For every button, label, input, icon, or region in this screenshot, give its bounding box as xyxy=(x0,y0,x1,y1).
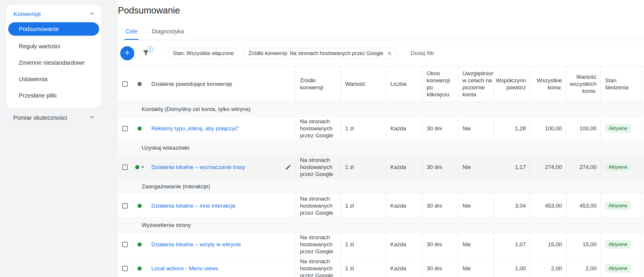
row-checkbox[interactable] xyxy=(122,165,128,170)
nav-section-pomiar-skutecznosci[interactable]: Pomiar skuteczności xyxy=(6,111,101,125)
row-checkbox[interactable] xyxy=(122,242,128,247)
row-check-cell xyxy=(118,232,132,256)
column-header-source[interactable]: Źródło konwersji xyxy=(296,66,341,102)
action-name-cell: Działania lokalne – wyznaczanie trasy xyxy=(147,155,296,179)
column-header-cutoff xyxy=(642,66,644,102)
sidebar-item-label: Przesłane pliki xyxy=(19,92,57,99)
filter-chip-zrodlo-konwersji[interactable]: Źródło konwersji: Na stronach hostowanyc… xyxy=(243,48,398,59)
column-header-included[interactable]: Uwzględnion w celach na poziomie konta xyxy=(458,66,494,102)
column-header-click-window[interactable]: Okno konwersji po kliknięciu xyxy=(422,66,458,102)
source-cell: Na stronach hostowanych przez Google xyxy=(296,117,341,140)
left-navigation-rail: Konwersje Podsumowanie Reguły wartości Z… xyxy=(0,0,118,277)
edit-icon[interactable] xyxy=(285,164,292,170)
row-status-cell xyxy=(132,257,147,277)
page-title: Podsumowanie xyxy=(118,4,644,17)
source-cell: Na stronach hostowanych przez Google xyxy=(296,257,341,277)
row-checkbox[interactable] xyxy=(122,266,128,271)
column-header-action[interactable]: Działanie powodujące konwersję xyxy=(147,66,296,102)
column-header-all-conv-value[interactable]: Wartość wszystkich konw. xyxy=(566,66,601,102)
repeat-rate-cell: 1,17 xyxy=(494,155,530,179)
status-enabled-icon xyxy=(138,266,142,271)
column-header-count[interactable]: Liczba xyxy=(386,66,422,102)
chevron-down-icon[interactable] xyxy=(141,166,144,168)
conversion-action-link[interactable]: Działania lokalne – wyznaczanie trasy xyxy=(151,164,245,171)
tab-cele[interactable]: Cele xyxy=(124,24,139,40)
filter-chip-label: Źródło konwersji: Na stronach hostowanyc… xyxy=(248,50,383,57)
sidebar-item-ustawienia[interactable]: Ustawienia xyxy=(8,71,99,87)
table-header-row: Działanie powodujące konwersję Źródło ko… xyxy=(118,66,644,102)
click-window-cell: 30 dni xyxy=(422,117,458,140)
select-all-cell xyxy=(118,66,132,102)
row-checkbox[interactable] xyxy=(122,126,128,131)
filter-count-badge: 2 xyxy=(147,46,153,52)
action-name-cell: Reklamy typu „kliknij, aby połączyć” xyxy=(147,117,296,140)
table-row: Działania lokalne – wizyty w witrynie Na… xyxy=(118,232,644,257)
sidebar-item-reguly-wartosci[interactable]: Reguły wartości xyxy=(8,38,99,54)
value-cell: 1 zł xyxy=(341,232,386,256)
status-badge: Aktywne xyxy=(605,163,631,171)
all-conv-cell: 100,00 xyxy=(530,117,566,140)
chevron-up-icon xyxy=(89,10,96,18)
status-enabled-icon xyxy=(138,242,142,247)
circle-icon xyxy=(138,82,142,86)
row-check-cell xyxy=(118,257,132,277)
nav-section-conversions[interactable]: Konwersje xyxy=(8,6,99,22)
action-name-cell: Działania lokalne – wizyty w witrynie xyxy=(147,232,296,256)
row-check-cell xyxy=(118,117,132,140)
status-badge: Aktywne xyxy=(605,240,631,249)
cutoff-cell xyxy=(642,257,644,277)
value-cell: 1 zł xyxy=(341,155,386,179)
conversion-action-link[interactable]: Działania lokalne – wizyty w witrynie xyxy=(151,241,241,248)
included-cell: Nie xyxy=(458,257,494,277)
conversions-table: Działanie powodujące konwersję Źródło ko… xyxy=(118,66,644,277)
all-conv-value-cell: 453,00 xyxy=(566,194,601,218)
filter-toolbar: 2 Stan: Wszystkie włączone Źródło konwer… xyxy=(118,44,644,62)
column-header-all-conv[interactable]: Wszystkie konw. xyxy=(530,66,566,102)
status-badge: Aktywne xyxy=(605,201,631,210)
all-conv-cell: 274,00 xyxy=(530,155,566,179)
tab-label: Cele xyxy=(126,28,138,35)
conversion-action-link[interactable]: Działania lokalne – inne interakcje xyxy=(151,202,235,209)
repeat-rate-cell: 1,00 xyxy=(494,257,530,277)
status-enabled-icon xyxy=(138,204,142,208)
value-cell: 1 zł xyxy=(341,117,386,140)
add-filter-button[interactable]: Dodaj filtr xyxy=(411,50,434,57)
all-conv-value-cell: 15,00 xyxy=(566,232,601,256)
conversion-action-link[interactable]: Reklamy typu „kliknij, aby połączyć” xyxy=(151,125,239,132)
repeat-rate-cell: 1,07 xyxy=(494,232,530,256)
column-header-tracking-status[interactable]: Stan śledzenia xyxy=(601,66,642,102)
all-conv-cell: 453,00 xyxy=(530,194,566,218)
main-content: Podsumowanie Cele Diagnostyka 2 Stan: Ws… xyxy=(118,0,644,277)
click-window-cell: 30 dni xyxy=(422,155,458,179)
table-row: Local actions - Menu views Na stronach h… xyxy=(118,257,644,277)
close-icon[interactable] xyxy=(387,51,392,56)
click-window-cell: 30 dni xyxy=(422,232,458,256)
sidebar-item-przeslane-pliki[interactable]: Przesłane pliki xyxy=(8,87,99,104)
add-conversion-button[interactable] xyxy=(120,46,134,60)
row-status-cell xyxy=(132,117,147,140)
column-header-repeat-rate[interactable]: Współczynn powtórz xyxy=(494,66,530,102)
column-header-value[interactable]: Wartość xyxy=(341,66,386,102)
table-group-row: Wyświetlenia strony xyxy=(118,218,644,232)
sidebar-item-podsumowanie[interactable]: Podsumowanie xyxy=(8,22,99,36)
included-cell: Nie xyxy=(458,194,494,218)
included-cell: Nie xyxy=(458,155,494,179)
row-checkbox[interactable] xyxy=(122,203,128,208)
plus-icon xyxy=(123,49,131,58)
row-check-cell xyxy=(118,155,132,179)
filter-button[interactable]: 2 xyxy=(142,49,150,58)
table-row: Reklamy typu „kliknij, aby połączyć” Na … xyxy=(118,117,644,141)
status-enabled-icon xyxy=(138,126,142,131)
filter-chip-stan[interactable]: Stan: Wszystkie włączone xyxy=(167,48,239,59)
conversion-action-link[interactable]: Local actions - Menu views xyxy=(151,265,218,272)
click-window-cell: 30 dni xyxy=(422,257,458,277)
status-badge: Aktywne xyxy=(605,124,631,133)
sidebar-item-zmienne-niestandardowe[interactable]: Zmienne niestandardowe xyxy=(8,54,99,71)
status-badge: Aktywne xyxy=(605,264,631,273)
row-status-cell xyxy=(132,232,147,256)
select-all-checkbox[interactable] xyxy=(122,81,128,87)
tab-diagnostyka[interactable]: Diagnostyka xyxy=(150,24,185,40)
count-cell: Każda xyxy=(386,117,422,140)
click-window-cell: 30 dni xyxy=(422,194,458,218)
status-enabled-icon xyxy=(135,165,139,169)
